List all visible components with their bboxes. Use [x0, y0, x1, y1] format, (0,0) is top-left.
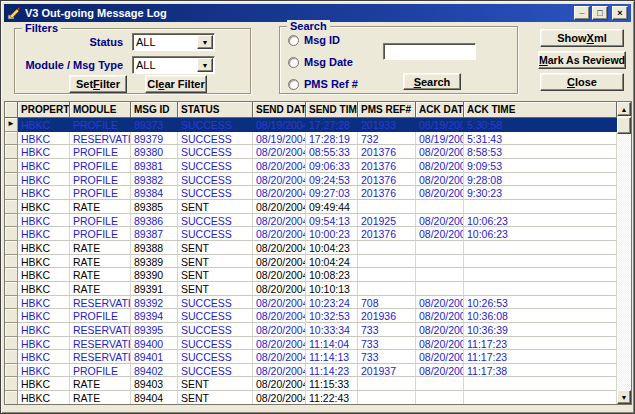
row-selector-cell[interactable]	[5, 145, 18, 159]
search-button[interactable]: Search	[403, 73, 461, 90]
table-row[interactable]: HBKCPROFILE89380SUCCESS08/20/200408:55:3…	[5, 145, 617, 159]
radio-icon[interactable]	[288, 57, 299, 68]
vertical-scrollbar[interactable]: ▲ ▼	[617, 102, 631, 404]
table-row[interactable]: HBKCPROFILE89387SUCCESS08/20/200410:00:2…	[5, 227, 617, 241]
radio-pms-ref[interactable]: PMS Ref #	[288, 78, 358, 90]
row-selector-cell[interactable]	[5, 132, 18, 146]
row-selector-cell[interactable]	[5, 268, 18, 282]
radio-msg-date-label: Msg Date	[304, 56, 353, 68]
table-cell: 89389	[131, 255, 178, 269]
row-selector-cell[interactable]	[5, 350, 18, 364]
table-cell: 10:36:39	[464, 323, 617, 337]
row-selector-cell[interactable]	[5, 364, 18, 378]
row-selector-cell[interactable]	[5, 377, 18, 391]
row-selector-cell[interactable]	[5, 282, 18, 296]
column-header-ack-time[interactable]: ACK TIME	[464, 102, 617, 118]
column-header-msg-id[interactable]: MSG ID	[131, 102, 178, 118]
close-button[interactable]: Close	[540, 73, 624, 91]
row-selector-cell[interactable]	[5, 214, 18, 228]
table-cell: RATE	[70, 377, 131, 391]
row-selector-cell[interactable]	[5, 296, 18, 310]
row-selector-cell[interactable]	[5, 391, 18, 404]
table-row[interactable]: HBKCRESERVATION89401SUCCESS08/20/200411:…	[5, 350, 617, 364]
scroll-down-icon[interactable]: ▼	[617, 390, 631, 404]
radio-icon[interactable]	[288, 35, 299, 46]
clear-filter-button[interactable]: Clear Filter	[145, 75, 207, 93]
show-xml-button[interactable]: Show Xml	[540, 29, 624, 47]
row-selector-cell[interactable]	[5, 241, 18, 255]
table-cell: 9:30:23	[464, 186, 617, 200]
column-header-property[interactable]: PROPERTY	[18, 102, 70, 118]
table-cell	[358, 377, 416, 391]
table-cell: 89391	[131, 282, 178, 296]
table-cell: HBKC	[18, 282, 70, 296]
table-cell: HBKC	[18, 145, 70, 159]
column-header-send-date[interactable]: SEND DATE	[253, 102, 306, 118]
table-row[interactable]: HBKCPROFILE89382SUCCESS08/20/200409:24:5…	[5, 173, 617, 187]
column-header-status[interactable]: STATUS	[178, 102, 253, 118]
table-row[interactable]: HBKCRESERVATION89400SUCCESS08/20/200411:…	[5, 337, 617, 351]
scrollbar-thumb[interactable]	[617, 117, 631, 134]
column-header-ack-date[interactable]: ACK DATE	[416, 102, 464, 118]
table-row[interactable]: HBKCPROFILE89386SUCCESS08/20/200409:54:1…	[5, 214, 617, 228]
table-row[interactable]: HBKCRATE89389SENT08/20/200410:04:24	[5, 255, 617, 269]
table-cell: 201925	[358, 214, 416, 228]
table-row[interactable]: HBKCRATE89390SENT08/20/200410:08:23	[5, 268, 617, 282]
row-selector-cell[interactable]	[5, 309, 18, 323]
radio-msg-date[interactable]: Msg Date	[288, 56, 353, 68]
status-label: Status	[23, 36, 123, 48]
table-cell: PROFILE	[70, 173, 131, 187]
column-header-module[interactable]: MODULE	[70, 102, 131, 118]
chevron-down-icon[interactable]: ▼	[197, 35, 213, 49]
mark-as-reviewed-button[interactable]: Mark As Reviewd	[538, 51, 626, 69]
table-cell: RATE	[70, 241, 131, 255]
table-cell: SUCCESS	[178, 323, 253, 337]
row-selector-cell[interactable]	[5, 159, 18, 173]
set-filter-button[interactable]: Set Filter	[69, 75, 127, 93]
table-cell: 11:14:04	[306, 337, 358, 351]
table-row[interactable]: HBKCRATE89404SENT08/20/200411:22:43	[5, 391, 617, 404]
window-title: V3 Out-going Message Log	[25, 7, 572, 19]
row-selector-cell[interactable]	[5, 173, 18, 187]
table-cell: HBKC	[18, 227, 70, 241]
module-dropdown-value: ALL	[133, 59, 197, 71]
scroll-up-icon[interactable]: ▲	[617, 102, 631, 116]
table-cell: HBKC	[18, 118, 70, 132]
search-input[interactable]	[383, 43, 476, 60]
status-dropdown[interactable]: ALL ▼	[132, 33, 215, 51]
table-row[interactable]: HBKCRATE89385SENT08/20/200409:49:44	[5, 200, 617, 214]
table-row[interactable]: HBKCRATE89391SENT08/20/200410:10:13	[5, 282, 617, 296]
radio-msg-id[interactable]: Msg ID	[288, 34, 340, 46]
table-row[interactable]: ►HBKCPROFILE89373SUCCESS08/19/200417:27:…	[5, 118, 617, 132]
module-msg-type-dropdown[interactable]: ALL ▼	[132, 56, 215, 74]
row-selector-cell[interactable]	[5, 255, 18, 269]
table-row[interactable]: HBKCRESERVATION89392SUCCESS08/20/200410:…	[5, 296, 617, 310]
row-selector-cell[interactable]	[5, 186, 18, 200]
row-selector-cell[interactable]	[5, 337, 18, 351]
table-row[interactable]: HBKCRATE89403SENT08/20/200411:15:33	[5, 377, 617, 391]
table-row[interactable]: HBKCRATE89388SENT08/20/200410:04:23	[5, 241, 617, 255]
column-header-send-time[interactable]: SEND TIME	[306, 102, 358, 118]
maximize-icon[interactable]: □	[592, 6, 608, 20]
table-cell: 89390	[131, 268, 178, 282]
chevron-down-icon[interactable]: ▼	[197, 58, 213, 72]
row-selector-cell[interactable]	[5, 227, 18, 241]
table-row[interactable]: HBKCPROFILE89402SUCCESS08/20/200411:14:2…	[5, 364, 617, 378]
radio-icon[interactable]	[288, 79, 299, 90]
table-row[interactable]: HBKCRESERVATION89379SUCCESS08/19/200417:…	[5, 132, 617, 146]
table-row[interactable]: HBKCPROFILE89394SUCCESS08/20/200410:32:5…	[5, 309, 617, 323]
table-cell	[416, 282, 464, 296]
table-row[interactable]: HBKCRESERVATION89395SUCCESS08/20/200410:…	[5, 323, 617, 337]
table-cell: 11:17:23	[464, 350, 617, 364]
table-row[interactable]: HBKCPROFILE89384SUCCESS08/20/200409:27:0…	[5, 186, 617, 200]
column-header-pms-ref-[interactable]: PMS REF#	[358, 102, 416, 118]
table-row[interactable]: HBKCPROFILE89381SUCCESS08/20/200409:06:3…	[5, 159, 617, 173]
table-cell: 89382	[131, 173, 178, 187]
close-icon[interactable]: ×	[612, 6, 628, 20]
row-selector-cell[interactable]	[5, 200, 18, 214]
table-cell: HBKC	[18, 159, 70, 173]
table-cell: 201376	[358, 145, 416, 159]
row-selector-cell[interactable]	[5, 323, 18, 337]
selected-row-marker-icon[interactable]: ►	[5, 118, 18, 132]
minimize-icon[interactable]: _	[574, 6, 590, 20]
